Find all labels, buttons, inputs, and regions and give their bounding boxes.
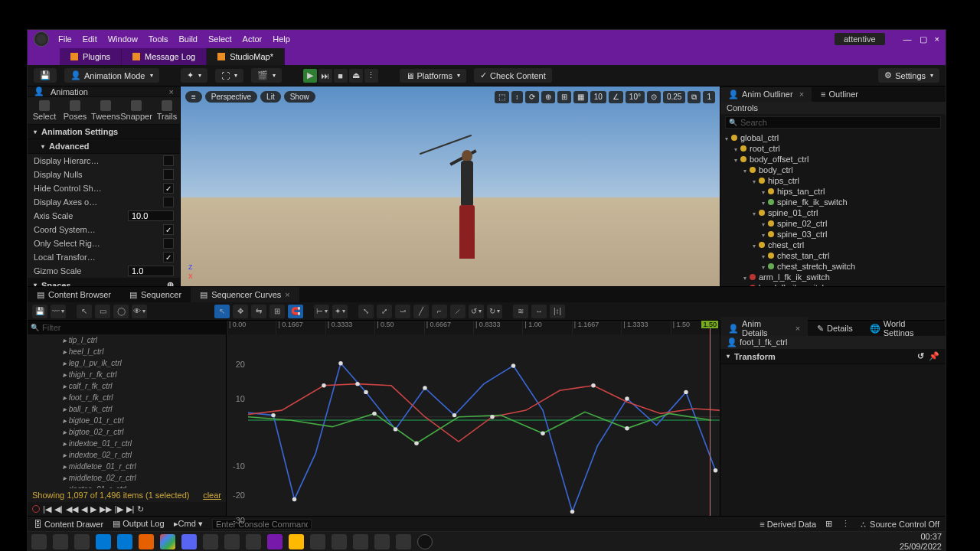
curve-item[interactable]: ▸ indextoe_01_r_ctrl (28, 438, 226, 449)
loop-button[interactable]: ↻ (137, 504, 144, 514)
checkbox[interactable] (163, 183, 174, 194)
tangent-linear[interactable]: ╱ (413, 305, 429, 318)
curves-filter[interactable]: Filter (28, 321, 226, 334)
viewport-pill[interactable]: ↕ (511, 91, 523, 103)
task-view-icon[interactable] (74, 534, 90, 549)
viewport-pill[interactable]: ≡ (185, 91, 202, 103)
curve-item[interactable]: ▸ tip_l_ctrl (28, 334, 226, 346)
app-icon[interactable] (396, 534, 411, 549)
viewport-pill[interactable]: 10 (590, 91, 606, 103)
menu-window[interactable]: Window (108, 34, 138, 44)
tree-node[interactable]: chest_tan_ctrl (720, 250, 946, 261)
bottom-tab[interactable]: ▤Content Browser (28, 287, 120, 302)
blueprint-dropdown[interactable]: ⛶ (215, 69, 243, 83)
tangent-auto[interactable]: ⤡ (358, 305, 374, 318)
source-control-button[interactable]: ⛬ Source Control Off (859, 520, 939, 529)
curve-item[interactable]: ▸ bigtoe_01_r_ctrl (28, 415, 226, 426)
pre-infinity[interactable]: ↺ (469, 305, 484, 318)
record-button[interactable] (32, 505, 40, 513)
tree-node[interactable]: hips_tan_ctrl (720, 186, 946, 197)
checkbox[interactable] (163, 252, 174, 262)
system-clock[interactable]: 00:3725/09/2022 (900, 532, 942, 550)
viewport-pill[interactable]: Lit (260, 91, 281, 103)
viewport-pill[interactable]: ∠ (609, 91, 623, 103)
curve-item[interactable]: ▸ thigh_r_fk_ctrl (28, 369, 226, 380)
save-icon[interactable]: 💾 (32, 305, 47, 318)
checkbox[interactable] (163, 224, 174, 235)
start-button[interactable] (31, 534, 47, 549)
transform-tool[interactable]: ✥ (233, 305, 248, 318)
derived-data-button[interactable]: ≡ Derived Data (760, 520, 816, 529)
firefox-icon[interactable] (139, 534, 154, 549)
app-icon[interactable] (374, 534, 390, 549)
app-icon[interactable] (224, 534, 240, 549)
flatten-icon[interactable]: ≋ (513, 305, 528, 318)
animtool-poses[interactable]: Poses (63, 100, 87, 121)
playhead[interactable] (710, 321, 710, 516)
step-fwd-key-button[interactable]: |▶ (115, 504, 123, 514)
tree-node[interactable]: hips_ctrl (720, 175, 946, 186)
step-back-key-button[interactable]: ◀| (54, 504, 63, 514)
tree-node[interactable]: root_ctrl (720, 143, 946, 154)
doc-tab[interactable]: Message Log (122, 48, 207, 65)
viewport-pill[interactable]: ⬚ (495, 91, 509, 103)
outliner-tab[interactable]: ≡ Outliner (813, 87, 866, 101)
curve-item[interactable]: ▸ bigtoe_02_r_ctrl (28, 426, 226, 438)
menu-actor[interactable]: Actor (243, 34, 263, 44)
search-icon[interactable] (53, 534, 68, 549)
console-input[interactable] (212, 519, 312, 530)
menu-edit[interactable]: Edit (83, 34, 97, 44)
content-drawer-button[interactable]: 🗄 Content Drawer (34, 520, 103, 529)
tree-node[interactable]: spine_02_ctrl (720, 218, 946, 229)
tangent-weighted[interactable]: ⟋ (450, 305, 466, 318)
more-icon[interactable]: ⋮ (841, 519, 850, 529)
viewport-pill[interactable]: ▦ (573, 91, 588, 103)
minimize-button[interactable]: — (903, 34, 912, 44)
animation-settings-section[interactable]: Animation Settings (28, 125, 180, 139)
step-fwd-button[interactable]: ▶▶ (100, 504, 112, 514)
curve-item[interactable]: ▸ leg_l_pv_ik_ctrl (28, 357, 226, 369)
snap-tool[interactable]: 🧲 (288, 305, 303, 318)
viewport-pill[interactable]: 10° (626, 91, 645, 103)
play-options-button[interactable]: ⋮ (364, 69, 378, 83)
details-tab[interactable]: ✎ Details (809, 321, 861, 336)
tangent-user[interactable]: ⤢ (377, 305, 392, 318)
normalize-icon[interactable]: |↕| (550, 305, 565, 318)
cinematics-dropdown[interactable]: 🎬 (251, 68, 282, 83)
view-mode-icon[interactable]: 〰 (51, 305, 66, 318)
animtool-tweens[interactable]: Tweens (93, 100, 118, 121)
viewport-pill[interactable]: ⊙ (647, 91, 661, 103)
advanced-section[interactable]: Advanced (28, 139, 180, 154)
app-icon[interactable] (117, 534, 132, 549)
cursor-tool[interactable]: ↖ (214, 305, 230, 318)
outliner-search[interactable]: Search (725, 116, 941, 129)
checkbox[interactable] (163, 238, 174, 249)
menu-help[interactable]: Help (273, 34, 290, 44)
stop-button[interactable]: ■ (334, 69, 348, 83)
curve-item[interactable]: ▸ calf_r_fk_ctrl (28, 380, 226, 392)
viewport-pill[interactable]: ⟳ (525, 91, 539, 103)
tangent-step[interactable]: ⌐ (432, 305, 447, 318)
app-icon[interactable] (310, 534, 325, 549)
step-back-button[interactable]: ◀◀ (66, 504, 78, 514)
revision-icon[interactable]: ⊞ (825, 519, 832, 529)
curve-item[interactable]: ▸ ball_r_fk_ctrl (28, 403, 226, 415)
goto-end-button[interactable]: ▶| (126, 504, 135, 514)
reset-icon[interactable]: ↺ (917, 351, 924, 361)
tree-node[interactable]: spine_01_ctrl (720, 207, 946, 218)
straighten-icon[interactable]: ↔ (531, 305, 547, 318)
viewport-pill[interactable]: ⊕ (541, 91, 555, 103)
app-icon[interactable] (332, 534, 347, 549)
curve-item[interactable]: ▸ foot_r_fk_ctrl (28, 392, 226, 403)
viewport-pill[interactable]: ⊞ (557, 91, 571, 103)
discord-icon[interactable] (181, 534, 197, 549)
animtool-snapper[interactable]: Snapper (124, 100, 149, 121)
chrome-icon[interactable] (160, 534, 175, 549)
tree-node[interactable]: body_offset_ctrl (720, 154, 946, 165)
transform-section[interactable]: Transform ↺ 📌 (720, 349, 946, 364)
explorer-icon[interactable] (289, 534, 304, 549)
anim-outliner-tab[interactable]: 👤 Anim Outliner × (720, 87, 812, 102)
add-dropdown[interactable]: ✦ (181, 68, 207, 83)
visibility-icon[interactable]: 👁 (132, 305, 147, 318)
curves-graph[interactable]: | 0.00| 0.1667| 0.3333| 0.50| 0.6667| 0.… (227, 321, 720, 516)
